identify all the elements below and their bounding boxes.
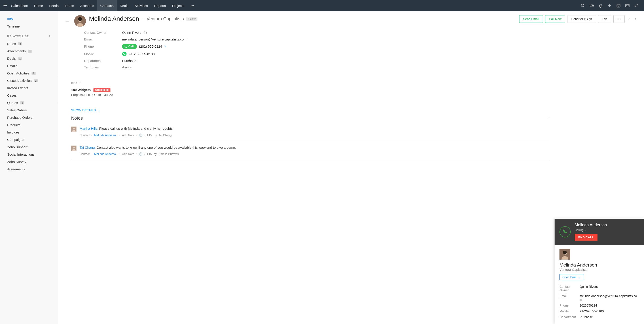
territories-label: Territories (84, 65, 122, 69)
chevron-down-icon: ⌄ (98, 108, 101, 112)
nav-deals[interactable]: Deals (117, 0, 132, 11)
edit-button[interactable]: Edit (598, 15, 611, 23)
add-note-link[interactable]: Add Note (122, 152, 134, 156)
nav-contacts[interactable]: Contacts (97, 0, 117, 11)
note-author-avatar (71, 126, 76, 132)
nav-feeds[interactable]: Feeds (46, 0, 62, 11)
more-actions-button[interactable]: ••• (613, 15, 625, 23)
call-panel: Melinda Anderson Calling... END CALL Mel… (554, 219, 644, 324)
edit-phone-icon[interactable]: ✎ (164, 45, 167, 48)
call-now-button[interactable]: Call Now (545, 15, 565, 23)
prev-record-icon[interactable]: ‹ (627, 16, 631, 22)
sidebar-item[interactable]: Agreements (0, 166, 58, 173)
nav-home[interactable]: Home (31, 0, 46, 11)
gamepad-icon[interactable] (587, 0, 596, 11)
deal-amount-badge: $18,000.00 (94, 88, 110, 92)
sidebar-item[interactable]: Zoho Survey (0, 158, 58, 166)
sidebar-item[interactable]: Notes3 (0, 40, 58, 48)
note-module-label: Contact (80, 152, 90, 156)
cp-department-label: Department (560, 315, 580, 319)
nav-projects[interactable]: Projects (169, 0, 188, 11)
sidebar-item[interactable]: Products (0, 121, 58, 128)
next-record-icon[interactable]: › (634, 16, 638, 22)
count-badge: 1 (32, 72, 36, 75)
nav-activities[interactable]: Activities (132, 0, 151, 11)
svg-line-17 (147, 33, 147, 34)
svg-point-5 (592, 5, 592, 6)
sidebar-item[interactable]: Invited Events (0, 84, 58, 92)
follow-button[interactable]: Follow (186, 17, 198, 21)
count-badge: 1 (20, 101, 24, 104)
notes-collapse-icon[interactable]: ⌄ (547, 115, 550, 119)
deal-name[interactable]: 180 Widgets $18,000.00 (71, 88, 644, 92)
contact-details: Contact Owner Quinn Rivers Email melinda… (58, 27, 644, 76)
whatsapp-icon[interactable] (122, 52, 126, 56)
note-related-link[interactable]: Melinda Anderso.. (94, 134, 118, 137)
plus-icon[interactable] (605, 0, 614, 11)
note-related-link[interactable]: Melinda Anderso.. (94, 152, 118, 156)
hamburger-icon[interactable]: ☰ (3, 3, 7, 8)
sidebar-item[interactable]: Campaigns (0, 136, 58, 143)
note-creator: Amelia Burrows (158, 152, 179, 156)
deal-meta: Proposal/Price Quote Jul 29 (71, 93, 644, 102)
department-value: Purchase (122, 59, 136, 62)
sidebar-timeline[interactable]: Timeline (0, 22, 58, 30)
phone-value: (202) 555-0124 (139, 44, 162, 48)
note-author[interactable]: Tai Chang, (80, 146, 96, 149)
sidebar-item[interactable]: Quotes1 (0, 99, 58, 106)
owner-lookup-icon[interactable] (144, 30, 147, 35)
more-menu[interactable]: ••• (188, 0, 197, 11)
sidebar-item[interactable]: Emails (0, 62, 58, 70)
call-button[interactable]: Call (122, 44, 137, 49)
bell-icon[interactable] (596, 0, 605, 11)
phone-label: Phone (84, 44, 122, 48)
clock-icon: 🕐 (139, 134, 142, 137)
count-badge: 2 (34, 79, 38, 82)
add-related-icon[interactable]: + (48, 34, 51, 39)
svg-point-21 (73, 147, 75, 148)
related-list-header: RELATED LIST + (0, 30, 58, 40)
sidebar-item[interactable]: Social Interactions (0, 151, 58, 158)
sidebar-item[interactable]: Invoices (0, 128, 58, 136)
sidebar-item[interactable]: Closed Activities2 (0, 77, 58, 84)
call-panel-company: Ventura Capitalists (560, 268, 639, 272)
clock-icon: 🕐 (139, 152, 142, 156)
note-creator: Tai Chang (158, 134, 172, 137)
sidebar-item[interactable]: Open Activities1 (0, 70, 58, 77)
send-esign-button[interactable]: Send for eSign (568, 15, 596, 23)
nav-reports[interactable]: Reports (151, 0, 169, 11)
add-note-link[interactable]: Add Note (122, 134, 134, 137)
svg-text:31: 31 (618, 5, 620, 7)
sidebar-item[interactable]: Purchase Orders (0, 114, 58, 121)
sidebar-item[interactable]: Attachments1 (0, 48, 58, 55)
sidebar-item[interactable]: Cases (0, 92, 58, 99)
cp-email-label: Email (560, 294, 580, 302)
back-arrow-icon[interactable]: ← (64, 18, 70, 24)
owner-label: Contact Owner (84, 31, 122, 34)
search-icon[interactable] (578, 0, 587, 11)
cp-phone-label: Phone (560, 304, 580, 307)
open-deal-button[interactable]: Open Deal⌄ (560, 274, 584, 280)
mail-icon[interactable] (623, 0, 632, 11)
tools-icon[interactable] (632, 0, 641, 11)
end-call-button[interactable]: END CALL (575, 234, 598, 241)
calendar-icon[interactable]: 31 (614, 0, 623, 11)
sidebar-item[interactable]: Zoho Support (0, 143, 58, 151)
sidebar: InfoTimeline RELATED LIST + Notes3Attach… (0, 11, 58, 324)
note-date: Jul 15 (144, 152, 152, 156)
nav-accounts[interactable]: Accounts (77, 0, 97, 11)
show-details-toggle[interactable]: SHOW DETAILS ⌄ (71, 103, 101, 112)
contact-avatar (74, 15, 86, 27)
note-item: Martha Hills, Please call up with Melind… (71, 122, 550, 141)
nav-leads[interactable]: Leads (62, 0, 77, 11)
sidebar-item[interactable]: Sales Orders (0, 106, 58, 114)
email-value[interactable]: melinda.anderson@ventura-capitalists.com (122, 37, 186, 41)
assign-territories-link[interactable]: Assign (122, 65, 132, 69)
app-name[interactable]: SalesInbox (11, 0, 31, 11)
send-email-button[interactable]: Send Email (519, 15, 543, 23)
note-author[interactable]: Martha Hills, (80, 126, 98, 130)
mobile-label: Mobile (84, 52, 122, 56)
sidebar-item[interactable]: Deals1 (0, 55, 58, 62)
sidebar-info[interactable]: Info (0, 15, 58, 22)
deals-section-header: DEALS (71, 77, 644, 85)
